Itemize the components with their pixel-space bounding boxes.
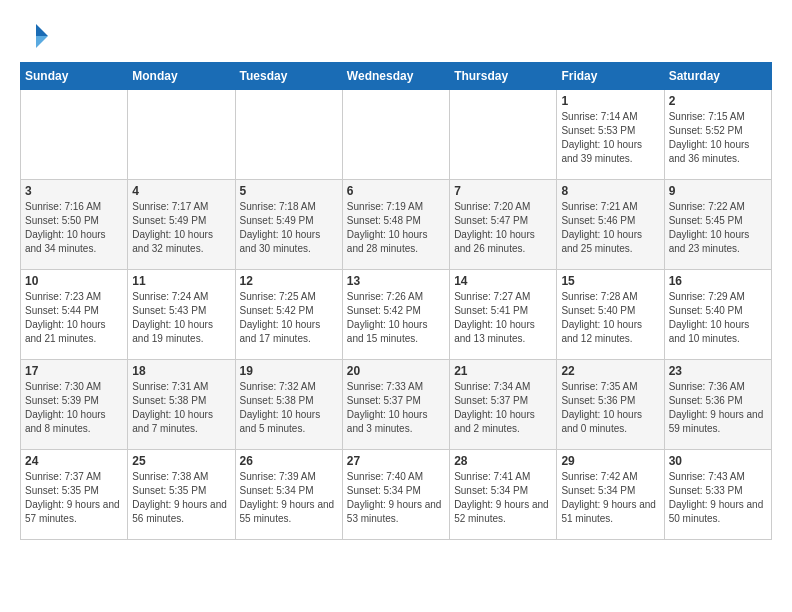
day-info: Sunrise: 7:19 AM Sunset: 5:48 PM Dayligh… bbox=[347, 200, 445, 256]
day-number: 7 bbox=[454, 184, 552, 198]
day-info: Sunrise: 7:20 AM Sunset: 5:47 PM Dayligh… bbox=[454, 200, 552, 256]
day-info: Sunrise: 7:18 AM Sunset: 5:49 PM Dayligh… bbox=[240, 200, 338, 256]
calendar-cell: 25Sunrise: 7:38 AM Sunset: 5:35 PM Dayli… bbox=[128, 450, 235, 540]
day-number: 11 bbox=[132, 274, 230, 288]
day-info: Sunrise: 7:41 AM Sunset: 5:34 PM Dayligh… bbox=[454, 470, 552, 526]
logo-icon bbox=[20, 20, 52, 52]
calendar-week-row: 3Sunrise: 7:16 AM Sunset: 5:50 PM Daylig… bbox=[21, 180, 772, 270]
svg-marker-1 bbox=[36, 24, 48, 36]
day-info: Sunrise: 7:17 AM Sunset: 5:49 PM Dayligh… bbox=[132, 200, 230, 256]
day-info: Sunrise: 7:25 AM Sunset: 5:42 PM Dayligh… bbox=[240, 290, 338, 346]
day-number: 30 bbox=[669, 454, 767, 468]
weekday-header: Wednesday bbox=[342, 63, 449, 90]
calendar-cell: 8Sunrise: 7:21 AM Sunset: 5:46 PM Daylig… bbox=[557, 180, 664, 270]
day-number: 27 bbox=[347, 454, 445, 468]
day-number: 24 bbox=[25, 454, 123, 468]
day-info: Sunrise: 7:33 AM Sunset: 5:37 PM Dayligh… bbox=[347, 380, 445, 436]
day-info: Sunrise: 7:37 AM Sunset: 5:35 PM Dayligh… bbox=[25, 470, 123, 526]
calendar-cell: 30Sunrise: 7:43 AM Sunset: 5:33 PM Dayli… bbox=[664, 450, 771, 540]
calendar-cell bbox=[128, 90, 235, 180]
day-info: Sunrise: 7:35 AM Sunset: 5:36 PM Dayligh… bbox=[561, 380, 659, 436]
day-number: 19 bbox=[240, 364, 338, 378]
day-number: 12 bbox=[240, 274, 338, 288]
day-number: 20 bbox=[347, 364, 445, 378]
calendar-cell: 10Sunrise: 7:23 AM Sunset: 5:44 PM Dayli… bbox=[21, 270, 128, 360]
day-number: 15 bbox=[561, 274, 659, 288]
calendar-cell: 17Sunrise: 7:30 AM Sunset: 5:39 PM Dayli… bbox=[21, 360, 128, 450]
calendar-cell bbox=[21, 90, 128, 180]
day-info: Sunrise: 7:39 AM Sunset: 5:34 PM Dayligh… bbox=[240, 470, 338, 526]
header-row: SundayMondayTuesdayWednesdayThursdayFrid… bbox=[21, 63, 772, 90]
day-info: Sunrise: 7:26 AM Sunset: 5:42 PM Dayligh… bbox=[347, 290, 445, 346]
day-info: Sunrise: 7:36 AM Sunset: 5:36 PM Dayligh… bbox=[669, 380, 767, 436]
day-number: 26 bbox=[240, 454, 338, 468]
day-info: Sunrise: 7:28 AM Sunset: 5:40 PM Dayligh… bbox=[561, 290, 659, 346]
day-info: Sunrise: 7:30 AM Sunset: 5:39 PM Dayligh… bbox=[25, 380, 123, 436]
calendar-cell: 20Sunrise: 7:33 AM Sunset: 5:37 PM Dayli… bbox=[342, 360, 449, 450]
day-number: 16 bbox=[669, 274, 767, 288]
day-info: Sunrise: 7:31 AM Sunset: 5:38 PM Dayligh… bbox=[132, 380, 230, 436]
weekday-header: Monday bbox=[128, 63, 235, 90]
calendar-cell: 19Sunrise: 7:32 AM Sunset: 5:38 PM Dayli… bbox=[235, 360, 342, 450]
day-number: 17 bbox=[25, 364, 123, 378]
calendar-cell bbox=[450, 90, 557, 180]
calendar-cell: 7Sunrise: 7:20 AM Sunset: 5:47 PM Daylig… bbox=[450, 180, 557, 270]
day-number: 4 bbox=[132, 184, 230, 198]
calendar-cell: 27Sunrise: 7:40 AM Sunset: 5:34 PM Dayli… bbox=[342, 450, 449, 540]
calendar-cell: 24Sunrise: 7:37 AM Sunset: 5:35 PM Dayli… bbox=[21, 450, 128, 540]
day-info: Sunrise: 7:40 AM Sunset: 5:34 PM Dayligh… bbox=[347, 470, 445, 526]
day-number: 9 bbox=[669, 184, 767, 198]
calendar-cell: 28Sunrise: 7:41 AM Sunset: 5:34 PM Dayli… bbox=[450, 450, 557, 540]
day-number: 22 bbox=[561, 364, 659, 378]
calendar-cell bbox=[342, 90, 449, 180]
day-number: 21 bbox=[454, 364, 552, 378]
day-number: 13 bbox=[347, 274, 445, 288]
day-number: 10 bbox=[25, 274, 123, 288]
calendar-cell: 3Sunrise: 7:16 AM Sunset: 5:50 PM Daylig… bbox=[21, 180, 128, 270]
day-info: Sunrise: 7:15 AM Sunset: 5:52 PM Dayligh… bbox=[669, 110, 767, 166]
calendar-cell: 29Sunrise: 7:42 AM Sunset: 5:34 PM Dayli… bbox=[557, 450, 664, 540]
calendar-cell: 5Sunrise: 7:18 AM Sunset: 5:49 PM Daylig… bbox=[235, 180, 342, 270]
calendar-cell: 14Sunrise: 7:27 AM Sunset: 5:41 PM Dayli… bbox=[450, 270, 557, 360]
svg-marker-2 bbox=[36, 36, 48, 48]
day-number: 25 bbox=[132, 454, 230, 468]
weekday-header: Friday bbox=[557, 63, 664, 90]
page-header bbox=[20, 20, 772, 52]
calendar-week-row: 24Sunrise: 7:37 AM Sunset: 5:35 PM Dayli… bbox=[21, 450, 772, 540]
calendar-table: SundayMondayTuesdayWednesdayThursdayFrid… bbox=[20, 62, 772, 540]
day-info: Sunrise: 7:16 AM Sunset: 5:50 PM Dayligh… bbox=[25, 200, 123, 256]
calendar-cell: 16Sunrise: 7:29 AM Sunset: 5:40 PM Dayli… bbox=[664, 270, 771, 360]
day-info: Sunrise: 7:23 AM Sunset: 5:44 PM Dayligh… bbox=[25, 290, 123, 346]
day-info: Sunrise: 7:34 AM Sunset: 5:37 PM Dayligh… bbox=[454, 380, 552, 436]
day-number: 28 bbox=[454, 454, 552, 468]
calendar-week-row: 10Sunrise: 7:23 AM Sunset: 5:44 PM Dayli… bbox=[21, 270, 772, 360]
weekday-header: Saturday bbox=[664, 63, 771, 90]
day-number: 8 bbox=[561, 184, 659, 198]
calendar-cell: 11Sunrise: 7:24 AM Sunset: 5:43 PM Dayli… bbox=[128, 270, 235, 360]
day-info: Sunrise: 7:32 AM Sunset: 5:38 PM Dayligh… bbox=[240, 380, 338, 436]
calendar-cell: 26Sunrise: 7:39 AM Sunset: 5:34 PM Dayli… bbox=[235, 450, 342, 540]
day-info: Sunrise: 7:27 AM Sunset: 5:41 PM Dayligh… bbox=[454, 290, 552, 346]
day-info: Sunrise: 7:24 AM Sunset: 5:43 PM Dayligh… bbox=[132, 290, 230, 346]
calendar-cell: 13Sunrise: 7:26 AM Sunset: 5:42 PM Dayli… bbox=[342, 270, 449, 360]
weekday-header: Thursday bbox=[450, 63, 557, 90]
day-number: 5 bbox=[240, 184, 338, 198]
day-info: Sunrise: 7:42 AM Sunset: 5:34 PM Dayligh… bbox=[561, 470, 659, 526]
day-number: 6 bbox=[347, 184, 445, 198]
day-number: 3 bbox=[25, 184, 123, 198]
calendar-week-row: 1Sunrise: 7:14 AM Sunset: 5:53 PM Daylig… bbox=[21, 90, 772, 180]
calendar-cell: 15Sunrise: 7:28 AM Sunset: 5:40 PM Dayli… bbox=[557, 270, 664, 360]
calendar-week-row: 17Sunrise: 7:30 AM Sunset: 5:39 PM Dayli… bbox=[21, 360, 772, 450]
day-info: Sunrise: 7:22 AM Sunset: 5:45 PM Dayligh… bbox=[669, 200, 767, 256]
day-info: Sunrise: 7:38 AM Sunset: 5:35 PM Dayligh… bbox=[132, 470, 230, 526]
calendar-cell: 4Sunrise: 7:17 AM Sunset: 5:49 PM Daylig… bbox=[128, 180, 235, 270]
day-info: Sunrise: 7:43 AM Sunset: 5:33 PM Dayligh… bbox=[669, 470, 767, 526]
calendar-cell: 1Sunrise: 7:14 AM Sunset: 5:53 PM Daylig… bbox=[557, 90, 664, 180]
calendar-cell bbox=[235, 90, 342, 180]
day-number: 1 bbox=[561, 94, 659, 108]
day-number: 18 bbox=[132, 364, 230, 378]
weekday-header: Sunday bbox=[21, 63, 128, 90]
calendar-cell: 9Sunrise: 7:22 AM Sunset: 5:45 PM Daylig… bbox=[664, 180, 771, 270]
calendar-cell: 2Sunrise: 7:15 AM Sunset: 5:52 PM Daylig… bbox=[664, 90, 771, 180]
day-number: 29 bbox=[561, 454, 659, 468]
